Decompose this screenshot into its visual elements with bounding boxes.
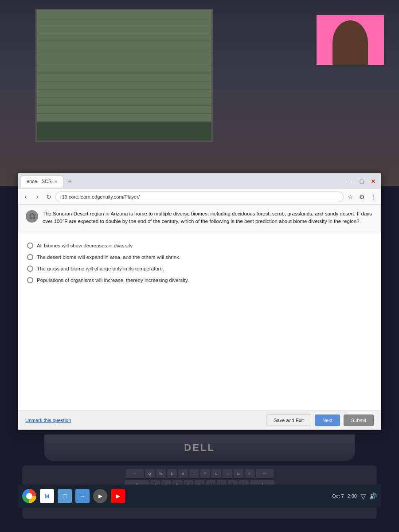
taskbar-time: 2:00 xyxy=(348,493,357,499)
next-button[interactable]: Next xyxy=(315,415,340,426)
files-icon[interactable]: □ xyxy=(58,489,72,503)
tab-close-button[interactable]: ✕ xyxy=(54,179,58,184)
option-b-text: The desert biome will expand in area, an… xyxy=(37,254,180,261)
key-w[interactable]: W xyxy=(156,469,166,479)
key-u[interactable]: U xyxy=(211,469,221,479)
browser-toolbar: ‹ › ↻ ☆ ⚙ ⋮ xyxy=(18,189,381,204)
gmail-icon[interactable]: M xyxy=(40,489,54,503)
option-a-text: All biomes will show decreases in divers… xyxy=(37,242,133,249)
key-o[interactable]: O xyxy=(234,469,243,479)
key-q[interactable]: Q xyxy=(145,469,155,479)
save-exit-button[interactable]: Save and Exit xyxy=(266,415,311,426)
chrome-icon[interactable] xyxy=(22,489,36,503)
chrome-center xyxy=(26,493,32,499)
question-audio-icon[interactable]: 🎧 xyxy=(26,210,38,223)
option-c-radio[interactable] xyxy=(27,266,33,272)
bottom-bar: Unmark this question Save and Exit Next … xyxy=(18,410,381,430)
volume-icon[interactable]: 🔊 xyxy=(369,493,377,500)
option-d-radio[interactable] xyxy=(27,277,33,283)
address-bar[interactable] xyxy=(55,192,344,202)
key-r[interactable]: R xyxy=(178,469,188,479)
option-a[interactable]: All biomes will show decreases in divers… xyxy=(27,242,372,249)
option-a-radio[interactable] xyxy=(27,243,33,249)
key-y[interactable]: Y xyxy=(200,469,210,479)
submit-button[interactable]: Submit xyxy=(344,415,374,426)
question-text: The Sonoran Desert region in Arizona is … xyxy=(43,210,373,226)
key-i[interactable]: I xyxy=(223,469,232,479)
close-button[interactable]: ✕ xyxy=(368,176,378,186)
browser-taskbar-icon[interactable]: → xyxy=(75,489,90,503)
wifi-icon[interactable]: ▽ xyxy=(360,492,366,501)
dell-logo: DELL xyxy=(184,442,215,454)
key-t[interactable]: T xyxy=(189,469,199,479)
play-taskbar-icon[interactable]: ▶ xyxy=(93,489,107,503)
laptop-bottom-bezel: DELL xyxy=(44,434,355,461)
window-blinds xyxy=(35,9,213,142)
tv-person-figure xyxy=(332,20,368,65)
browser-tab[interactable]: ence - SCS ✕ xyxy=(21,175,63,188)
option-d[interactable]: Populations of organisms will increase, … xyxy=(27,277,372,284)
answer-options-list: All biomes will show decreases in divers… xyxy=(18,239,381,287)
option-b-radio[interactable] xyxy=(27,254,33,260)
youtube-icon[interactable]: ▶ xyxy=(111,489,125,503)
content-area: 🎧 The Sonoran Desert region in Arizona i… xyxy=(18,204,381,410)
option-b[interactable]: The desert biome will expand in area, an… xyxy=(27,254,372,261)
room-background xyxy=(0,0,399,186)
option-c[interactable]: The grassland biome will change only in … xyxy=(27,265,372,272)
key-p[interactable]: P xyxy=(245,469,254,479)
maximize-button[interactable]: □ xyxy=(357,176,367,186)
key-back[interactable]: ← xyxy=(126,469,144,479)
forward-nav-button[interactable]: › xyxy=(32,192,42,202)
tab-title: ence - SCS xyxy=(27,179,51,184)
question-area: 🎧 The Sonoran Desert region in Arizona i… xyxy=(18,204,381,231)
extensions-button[interactable]: ⚙ xyxy=(357,192,367,202)
refresh-button[interactable]: ↻ xyxy=(44,192,54,202)
new-tab-button[interactable]: + xyxy=(65,177,74,185)
tv-screen xyxy=(315,13,386,66)
taskbar: M □ → ▶ ▶ Oct 7 2:00 ▽ 🔊 xyxy=(18,485,381,508)
browser-chrome: ence - SCS ✕ + — □ ✕ xyxy=(18,173,381,189)
option-c-text: The grassland biome will change only in … xyxy=(37,265,164,272)
browser-window: ence - SCS ✕ + — □ ✕ ‹ › ↻ ☆ ⚙ ⋮ ual Sci… xyxy=(18,173,381,430)
keyboard-row-1: ← Q W E R T Y U I O P ↵ xyxy=(26,469,373,479)
taskbar-date: Oct 7 xyxy=(332,493,344,499)
bookmark-button[interactable]: ☆ xyxy=(345,192,355,202)
menu-button[interactable]: ⋮ xyxy=(368,192,378,202)
minimize-button[interactable]: — xyxy=(345,176,355,186)
action-buttons: Save and Exit Next Submit xyxy=(266,415,374,426)
back-nav-button[interactable]: ‹ xyxy=(21,192,31,202)
key-enter[interactable]: ↵ xyxy=(256,469,274,479)
option-d-text: Populations of organisms will increase, … xyxy=(37,277,189,284)
unmark-question-link[interactable]: Unmark this question xyxy=(25,418,71,423)
key-e[interactable]: E xyxy=(167,469,177,479)
